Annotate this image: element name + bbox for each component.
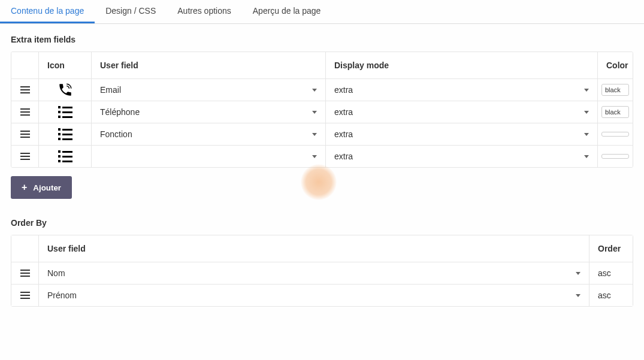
drag-handle-icon[interactable]: [20, 108, 30, 116]
order-user-field-select[interactable]: Prénom: [47, 291, 580, 300]
user-field-select[interactable]: Email: [100, 85, 317, 95]
display-mode-value: extra: [334, 85, 353, 95]
order-user-field-select[interactable]: Nom: [47, 268, 580, 278]
grid-header: Icon User field Display mode Color: [11, 52, 633, 79]
table-row: Nom asc: [11, 262, 633, 285]
order-value[interactable]: asc: [598, 268, 611, 278]
add-label: Ajouter: [33, 183, 61, 192]
color-select[interactable]: black: [601, 84, 629, 96]
drag-handle-icon[interactable]: [20, 270, 30, 277]
chevron-down-icon: [584, 89, 589, 92]
order-grid: User field Order Nom asc Prénom asc: [11, 235, 633, 307]
col-userfield-header: User field: [92, 52, 326, 78]
user-field-value: Email: [100, 85, 121, 95]
add-button[interactable]: + Ajouter: [11, 176, 72, 199]
drag-handle-icon[interactable]: [20, 131, 30, 138]
list-icon[interactable]: [58, 150, 72, 162]
col-color-header: Color: [598, 52, 633, 78]
chevron-down-icon: [312, 155, 317, 158]
display-mode-value: extra: [334, 129, 353, 139]
color-select[interactable]: [601, 132, 629, 137]
tab-other[interactable]: Autres options: [167, 0, 242, 23]
tab-bar: Contenu de la page Design / CSS Autres o…: [0, 0, 644, 24]
user-field-select[interactable]: [100, 155, 317, 158]
tab-content[interactable]: Contenu de la page: [0, 0, 95, 23]
chevron-down-icon: [576, 272, 580, 275]
tab-design[interactable]: Design / CSS: [95, 0, 167, 23]
drag-handle-icon[interactable]: [20, 86, 30, 93]
table-row: Email extra black: [11, 79, 633, 101]
phone-icon[interactable]: [58, 82, 73, 98]
order-header: User field Order: [11, 235, 633, 262]
col-order-header: Order: [589, 235, 633, 262]
chevron-down-icon: [576, 294, 580, 297]
chevron-down-icon: [312, 133, 317, 136]
chevron-down-icon: [584, 133, 589, 136]
chevron-down-icon: [312, 89, 317, 92]
table-row: Prénom asc: [11, 285, 633, 306]
color-select[interactable]: [601, 154, 629, 159]
display-mode-select[interactable]: extra: [334, 152, 589, 161]
order-by-title: Order By: [0, 207, 644, 235]
order-value[interactable]: asc: [598, 291, 611, 300]
col-userfield-header: User field: [39, 235, 589, 262]
display-mode-select[interactable]: extra: [334, 107, 589, 117]
highlight-overlay: [301, 164, 337, 200]
display-mode-value: extra: [334, 152, 353, 161]
tab-preview[interactable]: Aperçu de la page: [242, 0, 332, 23]
col-icon-header: Icon: [39, 52, 92, 78]
list-icon[interactable]: [58, 106, 72, 118]
table-row: Fonction extra: [11, 123, 633, 146]
plus-icon: +: [22, 182, 27, 193]
user-field-value: Téléphone: [100, 107, 140, 117]
col-drag-header: [11, 235, 39, 262]
order-user-field-value: Prénom: [47, 291, 77, 300]
user-field-select[interactable]: Fonction: [100, 129, 317, 139]
chevron-down-icon: [312, 111, 317, 114]
drag-handle-icon[interactable]: [20, 292, 30, 299]
display-mode-select[interactable]: extra: [334, 85, 589, 95]
col-drag-header: [11, 52, 39, 78]
display-mode-value: extra: [334, 107, 353, 117]
col-displaymode-header: Display mode: [326, 52, 598, 78]
table-row: extra: [11, 146, 633, 167]
order-user-field-value: Nom: [47, 268, 65, 278]
chevron-down-icon: [584, 111, 589, 114]
user-field-select[interactable]: Téléphone: [100, 107, 317, 117]
drag-handle-icon[interactable]: [20, 153, 30, 160]
table-row: Téléphone extra black: [11, 101, 633, 123]
color-select[interactable]: black: [601, 106, 629, 118]
display-mode-select[interactable]: extra: [334, 129, 589, 139]
user-field-value: Fonction: [100, 129, 132, 139]
extra-item-fields-title: Extra item fields: [0, 24, 644, 52]
chevron-down-icon: [584, 155, 589, 158]
list-icon[interactable]: [58, 128, 72, 140]
extra-fields-grid: Icon User field Display mode Color Email…: [11, 52, 633, 168]
